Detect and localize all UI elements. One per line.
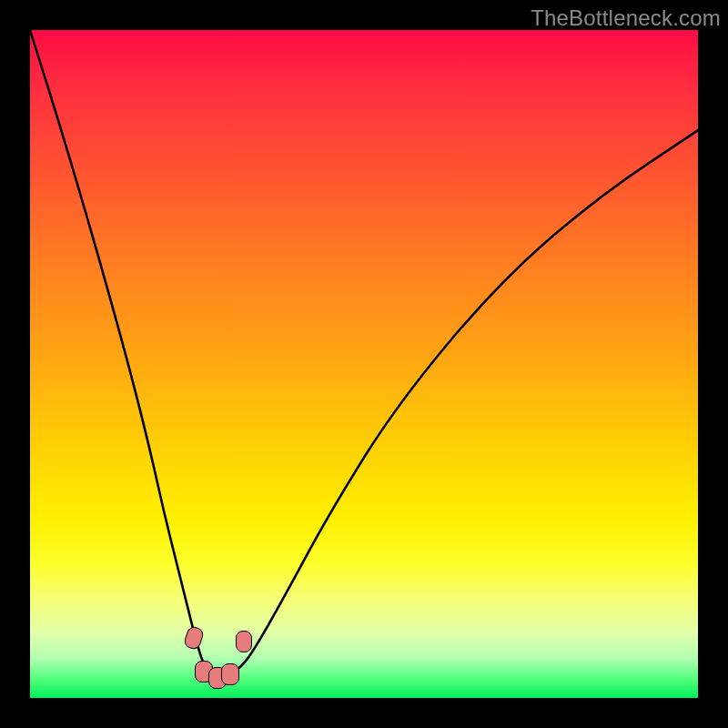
bottleneck-curve [30, 30, 698, 678]
guide-marker-bottom3 [221, 663, 239, 685]
guide-marker-right [236, 631, 252, 652]
plot-area [30, 30, 698, 698]
chart-frame: TheBottleneck.com [0, 0, 728, 728]
watermark-label: TheBottleneck.com [531, 5, 721, 31]
curve-layer [30, 30, 698, 698]
